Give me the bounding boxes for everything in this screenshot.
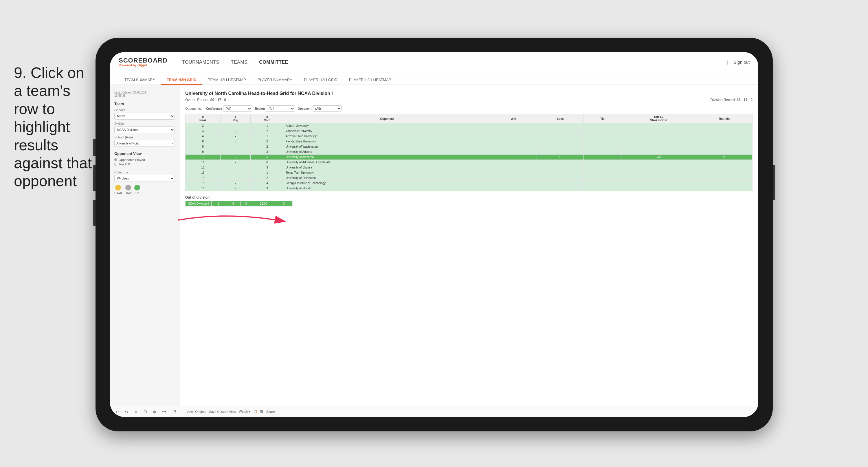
toolbar-divider (182, 409, 182, 415)
cell-rank: 15 (186, 181, 221, 186)
th-tie: Tie (584, 114, 621, 123)
cell-rank: 12 (186, 165, 221, 170)
th-opponent: Opponent (284, 114, 490, 123)
table-row-highlighted[interactable]: 10 - 5 University of Alabama 3 0 0 2.61 … (186, 155, 752, 160)
table-row[interactable]: 8 - 2 University of Washington (186, 144, 752, 149)
sidebar-team-label: Team (114, 101, 175, 106)
cell-opponent: University of Arizona (284, 149, 490, 155)
table-row[interactable]: 15 - 4 Georgia Institute of Technology (186, 181, 752, 186)
sidebar-school-box[interactable]: University of Nort... ▾ (114, 140, 175, 147)
opponent-filter-label: Opponent (298, 107, 311, 110)
radio-dot-opponents (114, 158, 117, 161)
sidebar-radio-group: Opponents Played Top 100 (114, 158, 175, 166)
cell-rank: 13 (186, 170, 221, 175)
sign-out-link[interactable]: Sign out (734, 60, 750, 64)
cell-reg: - (221, 186, 250, 191)
cell-opponent: Florida State University (284, 139, 490, 144)
cell-conf: 5 (250, 155, 284, 160)
cell-reg: - (221, 170, 250, 175)
conference-filter-select[interactable]: (All) (223, 106, 252, 112)
sub-tab-team-h2h-heatmap[interactable]: TEAM H2H HEATMAP (202, 75, 252, 85)
cancel-btn[interactable]: ✕ (133, 409, 139, 415)
sidebar-division-select[interactable]: NCAA Division I (114, 126, 175, 133)
table-row[interactable]: 2 - 1 Auburn University (186, 123, 752, 128)
legend-down-label: Down (114, 192, 122, 195)
clipboard-btn[interactable]: 📋 (253, 410, 257, 413)
view-original-label: View: Original (187, 410, 206, 413)
cell-opponent: Vanderbilt University (284, 128, 490, 134)
cell-diff: 2.61 (621, 155, 696, 160)
cell-reg: - (221, 134, 250, 139)
table-row[interactable]: 16 - 3 University of Florida (186, 186, 752, 191)
table-row[interactable]: 9 - 3 University of Arizona (186, 149, 752, 155)
nav-tournaments[interactable]: TOURNAMENTS (182, 60, 219, 65)
undo-btn[interactable]: ↩ (114, 409, 121, 415)
table-row[interactable]: 12 - 3 University of Virginia (186, 165, 752, 170)
save-custom-view-btn[interactable]: Save Custom View (209, 410, 236, 413)
add-btn[interactable]: ⊕ (151, 409, 158, 415)
filter-conference: Conference (All) (206, 106, 252, 112)
timer-btn[interactable]: ⏱ (171, 409, 178, 415)
instruction-text: 9. Click on a team's row to highlight re… (14, 64, 95, 190)
out-div-rounds: 3 (275, 201, 292, 206)
cell-rank: 2 (186, 123, 221, 128)
division-record-value: 88 - 17 - 0 (737, 98, 752, 102)
table-row[interactable]: 3 - 2 Vanderbilt University (186, 128, 752, 134)
table-header: #Rank #Reg #Conf Opponent Win Loss Tie D… (186, 114, 752, 123)
cell-opponent: Auburn University (284, 123, 490, 128)
sidebar-colour-by-select[interactable]: Win/loss (114, 175, 175, 182)
sidebar-gender-select[interactable]: Men's (114, 113, 175, 120)
table-row[interactable]: 13 - 1 Texas Tech University (186, 170, 752, 175)
table-row[interactable]: 14 - 2 University of Oklahoma (186, 175, 752, 181)
sub-tab-player-summary[interactable]: PLAYER SUMMARY (252, 75, 298, 85)
cell-conf: 1 (250, 123, 284, 128)
more-btn[interactable]: ••• (161, 409, 168, 415)
opponent-filter-select[interactable]: (All) (313, 106, 342, 112)
nav-left: SCOREBOARD Powered by clippd TOURNAMENTS… (119, 57, 288, 67)
sidebar-division-label: Division (114, 122, 175, 125)
sub-tab-team-h2h-grid[interactable]: TEAM H2H GRID (161, 75, 202, 85)
table-row[interactable]: 6 - 2 Florida State University (186, 139, 752, 144)
instruction-number: 9. (14, 64, 26, 81)
sub-tab-team-summary[interactable]: TEAM SUMMARY (119, 75, 161, 85)
sub-tab-player-h2h-grid[interactable]: PLAYER H2H GRID (298, 75, 343, 85)
sidebar-colour-by-label: Colour by (114, 171, 175, 174)
cell-rank: 16 (186, 186, 221, 191)
cell-reg: - (221, 144, 250, 149)
table-row[interactable]: 11 - 6 University of Arkansas, Fayettevi… (186, 160, 752, 165)
redo-btn[interactable]: ↪ (124, 409, 130, 415)
cell-opponent: University of Arkansas, Fayetteville (284, 160, 490, 165)
view-original-btn[interactable]: View: Original (187, 410, 206, 413)
legend-level-circle (125, 185, 131, 191)
watch-btn[interactable]: Watch ▾ (239, 410, 250, 413)
table-row[interactable]: 4 - 1 Arizona State University (186, 134, 752, 139)
watch-label: Watch ▾ (239, 410, 250, 413)
out-div-diff: 26.00 (252, 201, 275, 206)
cell-opponent: Texas Tech University (284, 170, 490, 175)
table-body: 2 - 1 Auburn University (186, 123, 752, 191)
cell-conf: 3 (250, 186, 284, 191)
snap-btn[interactable]: ⊡ (142, 409, 149, 415)
nav-right: | Sign out (727, 60, 750, 64)
radio-top100[interactable]: Top 100 (114, 163, 175, 166)
th-conf: #Conf (250, 114, 284, 123)
out-of-division-title: Out of division (185, 196, 752, 200)
legend-up-circle (134, 185, 140, 191)
cell-rounds: 8 (696, 155, 752, 160)
screenshot-btn[interactable]: 🖼 (260, 410, 264, 413)
legend-down: Down (114, 185, 122, 195)
sidebar-gender-label: Gender (114, 108, 175, 112)
bottom-toolbar: ↩ ↪ ✕ ⊡ ⊕ ••• ⏱ View: Original Save Cust… (110, 406, 758, 417)
cell-rank: 14 (186, 175, 221, 181)
out-of-division-row[interactable]: NCAA Division II 1 0 0 26.00 3 (186, 201, 292, 206)
region-filter-select[interactable]: (All) (266, 106, 295, 112)
cell-opponent: University of Virginia (284, 165, 490, 170)
cell-conf: 2 (250, 175, 284, 181)
sub-tab-player-h2h-heatmap[interactable]: PLAYER H2H HEATMAP (343, 75, 397, 85)
nav-committee[interactable]: COMMITTEE (259, 60, 288, 65)
share-btn[interactable]: Share (266, 410, 275, 413)
nav-teams[interactable]: TEAMS (231, 60, 248, 65)
th-diff: Diff AvStrokes/Rnd (621, 114, 696, 123)
cell-reg: - (221, 139, 250, 144)
radio-opponents-played[interactable]: Opponents Played (114, 158, 175, 162)
